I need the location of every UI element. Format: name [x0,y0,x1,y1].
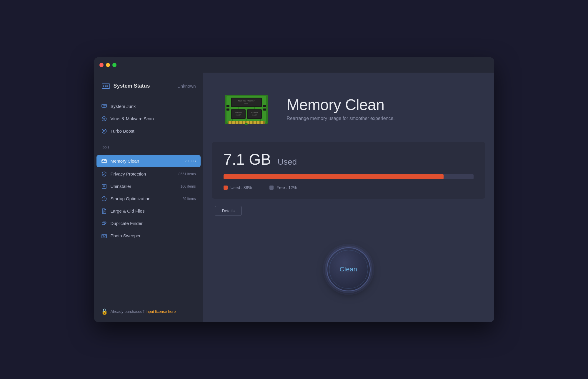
svg-rect-58 [257,121,259,124]
details-button[interactable]: Details [215,206,242,216]
svg-text:99U5469: 99U5469 [251,112,258,113]
system-junk-label: System Junk [111,104,196,109]
sidebar-item-uninstaller[interactable]: Uninstaller 106 items [94,180,203,193]
svg-text:DDR4: DDR4 [244,103,248,104]
memory-clean-badge: 7.1 GB [185,159,196,163]
svg-point-21 [104,131,104,131]
photo-sweeper-icon [101,233,107,239]
sidebar-item-privacy-protection[interactable]: Privacy Protection 8651 items [94,168,203,180]
tools-section-header: Tools [94,140,203,152]
sidebar: System Status Unknown [94,73,203,322]
sidebar-item-memory-clean[interactable]: Memory Clean 7.1 GB [96,155,201,167]
svg-text:016AEF: 016AEF [235,114,241,116]
sidebar-item-duplicate-finder[interactable]: Duplicate Finder [94,217,203,230]
privacy-protection-badge: 8651 items [179,172,196,176]
startup-optimization-badge: 29 items [182,197,196,201]
traffic-lights [99,63,116,67]
svg-rect-59 [261,121,263,124]
system-junk-icon [101,103,107,109]
svg-rect-50 [229,121,231,124]
tools-nav: Memory Clean 7.1 GB Privacy Protection 8… [94,152,203,244]
privacy-protection-label: Privacy Protection [111,171,175,176]
svg-rect-4 [103,86,104,87]
svg-rect-51 [232,121,235,124]
maximize-button[interactable] [112,63,116,67]
svg-rect-53 [239,121,242,124]
virus-scan-icon [101,116,107,122]
free-dot [269,186,274,190]
clean-button-label: Clean [340,266,357,273]
used-dot [224,186,228,190]
svg-rect-34 [103,186,105,187]
legend-free-label: Free : 12% [276,185,297,190]
main-content: System Status Unknown [94,73,494,322]
stats-section: 7.1 GB Used Used : 88% Free : 12% [212,142,485,199]
svg-rect-3 [106,85,108,86]
sidebar-item-system-junk[interactable]: System Junk [94,100,203,113]
sidebar-footer: 🔓 Already purchased? Input license here [94,304,203,322]
svg-rect-56 [250,121,252,124]
hero-title: Memory Clean [287,96,395,113]
svg-rect-8 [103,105,104,106]
duplicate-finder-icon [101,221,107,226]
memory-legend: Used : 88% Free : 12% [224,185,474,190]
svg-rect-10 [104,106,105,106]
footer-text: Already purchased? Input license here [111,309,176,314]
svg-rect-25 [105,160,106,161]
sidebar-item-startup-optimization[interactable]: Startup Optimization 29 items [94,193,203,205]
legend-used: Used : 88% [224,185,252,190]
startup-optimization-label: Startup Optimization [111,196,179,201]
svg-rect-79 [226,105,229,107]
system-status-header[interactable]: System Status Unknown [94,79,203,98]
tools-label: Tools [101,145,109,149]
svg-rect-2 [105,85,106,86]
sidebar-item-virus-malware[interactable]: Virus & Malware Scan [94,113,203,125]
memory-used-label: Used [278,157,297,166]
legend-used-label: Used : 88% [231,185,252,190]
large-old-files-label: Large & Old Files [111,208,196,213]
svg-point-60 [245,123,248,125]
system-status-icon [101,81,111,91]
clean-button[interactable]: Clean [327,247,371,291]
uninstaller-badge: 106 items [180,184,196,188]
svg-text:99U5469-016AEF: 99U5469-016AEF [237,100,255,102]
privacy-protection-icon [101,171,107,177]
ram-chip-image: 99U5469-016AEF DDR4 99U5469 016AEF 99U54… [221,87,272,130]
turbo-boost-icon [101,128,107,134]
memory-progress-fill [224,174,444,179]
app-window: System Status Unknown [94,57,494,322]
close-button[interactable] [99,63,104,67]
memory-used-value: 7.1 GB [224,151,271,168]
lock-icon: 🔓 [101,308,108,315]
svg-rect-6 [106,86,108,87]
clean-section: Clean [203,223,494,322]
hero-text: Memory Clean Rearrange memory usage for … [287,96,395,121]
svg-point-14 [103,118,105,120]
svg-text:016AEF: 016AEF [251,114,257,116]
sidebar-item-turbo-boost[interactable]: Turbo Boost [94,125,203,137]
svg-rect-24 [104,160,105,161]
svg-rect-23 [102,160,103,161]
memory-clean-label: Memory Clean [111,158,181,163]
svg-point-44 [103,235,104,236]
virus-malware-label: Virus & Malware Scan [111,116,196,121]
minimize-button[interactable] [106,63,110,67]
turbo-boost-label: Turbo Boost [111,128,196,133]
system-status-label: System Status [114,83,150,89]
license-link[interactable]: Input license here [146,309,176,314]
memory-clean-icon [101,158,107,164]
sidebar-item-large-old-files[interactable]: Large & Old Files [94,205,203,217]
svg-rect-5 [105,86,106,87]
svg-rect-22 [102,160,106,163]
svg-rect-78 [263,105,266,107]
svg-rect-52 [236,121,238,124]
memory-progress-bar [224,174,474,179]
duplicate-finder-label: Duplicate Finder [111,221,196,226]
svg-rect-7 [102,104,106,107]
photo-sweeper-label: Photo Sweeper [111,233,196,238]
svg-rect-81 [226,108,229,111]
sidebar-item-photo-sweeper[interactable]: Photo Sweeper [94,230,203,242]
hero-subtitle: Rearrange memory usage for smoother expe… [287,116,395,121]
svg-text:99U5469: 99U5469 [235,112,241,113]
title-bar [94,57,494,73]
